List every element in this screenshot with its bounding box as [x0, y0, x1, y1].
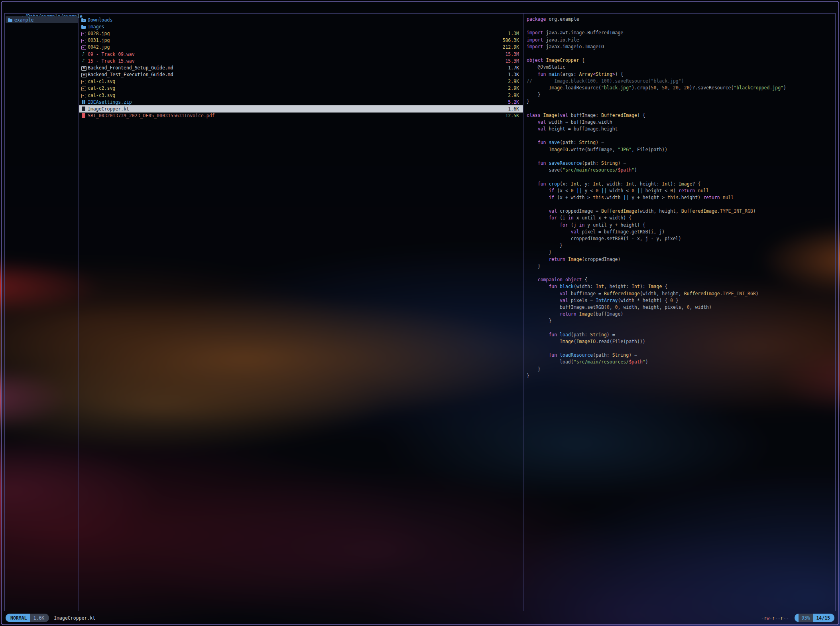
code-line [527, 50, 833, 57]
image-icon [81, 93, 86, 98]
file-row[interactable]: 15 - Track 15.wav15.3M [79, 57, 523, 64]
file-size: 15.3M [500, 51, 519, 57]
code-line [527, 324, 833, 331]
folder-download-icon: ↓ [81, 18, 86, 22]
code-line: Image.loadResource("black.jpg").crop(50,… [527, 85, 833, 91]
code-line: ImageIO.write(buffImage, "JPG", File(pat… [527, 146, 833, 153]
image-icon [81, 86, 86, 91]
file-row[interactable]: 0042.jpg212.9K [79, 44, 523, 51]
code-line: val pixels = IntArray(width * height) { … [527, 297, 833, 304]
file-name: Images [88, 24, 104, 30]
code-line: fun black(width: Int, height: Int): Imag… [527, 283, 833, 290]
code-line: Image(ImageIO.read(File(path))) [527, 338, 833, 345]
file-name: 09 - Track 09.wav [88, 51, 135, 57]
code-line: save("src/main/resources/$path") [527, 167, 833, 174]
file-row[interactable]: Images [79, 23, 523, 30]
code-line: if (x + width > this.width || y + height… [527, 194, 833, 201]
file-name: 0031.jpg [88, 38, 110, 43]
code-line [527, 23, 833, 30]
code-line: } [527, 242, 833, 249]
code-line: fun loadResource(path: String) = [527, 352, 833, 359]
file-name: 0042.jpg [88, 44, 110, 50]
folder-icon [8, 18, 13, 22]
image-icon [81, 31, 86, 36]
file-name: Backend_Test_Execution_Guide.md [88, 72, 173, 77]
status-right: -rw-r--r-- 93% 14/15 [761, 614, 834, 622]
code-line: val height = buffImage.height [527, 126, 833, 132]
file-size: 1.3M [503, 31, 519, 36]
code-line: } [527, 98, 833, 105]
code-line: for (i in x until x + width) { [527, 215, 833, 221]
code-line: return Image(buffImage) [527, 311, 833, 318]
file-row[interactable]: SBI_0032013739_2023_DE05_0003155631Invoi… [79, 113, 523, 119]
code-line: load("src/main/resources/$path") [527, 359, 833, 365]
file-row[interactable]: IDEAsettings.zip5.2K [79, 99, 523, 105]
file-row-selected[interactable]: ImageCropper.kt1.6K [79, 105, 523, 112]
header-breadcrumb: ~/Data/example/example [5, 3, 83, 12]
permissions-text: -rw-r--r-- [761, 615, 789, 621]
file-size: 2.9K [503, 93, 519, 98]
code-line: @JvmStatic [527, 64, 833, 71]
file-name: cal-c1.svg [88, 79, 115, 84]
code-line: fun main(args: Array<String>) { [527, 71, 833, 78]
file-row[interactable]: cal-c2.svg2.9K [79, 85, 523, 92]
code-line: import javax.imageio.ImageIO [527, 43, 833, 50]
code-line: } [527, 373, 833, 379]
code-line: class Image(val buffImage: BufferedImage… [527, 112, 833, 119]
terminal-window: ~/Data/example/example example ↓Download… [1, 1, 839, 625]
file-row[interactable]: Backend_Frontend_Setup_Guide.md1.7K [79, 64, 523, 71]
file-row[interactable]: Backend_Test_Execution_Guide.md1.3K [79, 71, 523, 78]
code-line: croppedImage.setRGB(i - x, j - y, pixel) [527, 235, 833, 242]
code-line: companion object { [527, 276, 833, 283]
file-icon [81, 107, 86, 111]
code-line [527, 105, 833, 112]
code-line: fun save(path: String) = [527, 139, 833, 146]
screen: ~/Data/example/example example ↓Download… [0, 0, 840, 626]
file-row[interactable]: cal-c1.svg2.9K [79, 78, 523, 85]
code-line [527, 270, 833, 276]
file-row[interactable]: cal-c3.svg2.9K [79, 92, 523, 99]
file-name: ImageCropper.kt [88, 106, 129, 112]
code-line: val pixel = buffImage.getRGB(i, j) [527, 229, 833, 235]
file-name: cal-c2.svg [88, 85, 115, 91]
image-icon [81, 45, 86, 49]
file-manager: example ↓DownloadsImages0028.jpg1.3M0031… [4, 13, 836, 611]
status-left: NORMAL 1.6K ImageCropper.kt [6, 614, 95, 622]
code-line: } [527, 263, 833, 270]
file-size: 586.3K [498, 38, 519, 43]
file-size-badge: 1.6K [30, 614, 49, 622]
code-line: val croppedImage = BufferedImage(width, … [527, 208, 833, 215]
code-line: } [527, 318, 833, 324]
code-line: package org.example [527, 16, 833, 23]
files-pane: ↓DownloadsImages0028.jpg1.3M0031.jpg586.… [79, 14, 523, 611]
code-line: object ImageCropper { [527, 57, 833, 64]
scroll-percent-badge: 93% [799, 614, 813, 622]
mode-badge: NORMAL [6, 614, 30, 622]
file-size: 12.5K [500, 113, 519, 118]
code-line: } [527, 366, 833, 373]
code-line [527, 201, 833, 208]
file-row[interactable]: 09 - Track 09.wav15.3M [79, 51, 523, 57]
parent-dir-row-selected[interactable]: example [6, 16, 78, 23]
audio-icon [81, 52, 86, 57]
code-line: fun crop(x: Int, y: Int, width: Int, hei… [527, 181, 833, 188]
code-line: fun saveResource(path: String) = [527, 160, 833, 167]
code-line: } [527, 249, 833, 256]
code-line: for (j in y until y + height) { [527, 222, 833, 229]
folder-icon [81, 24, 86, 29]
code-line: import java.io.File [527, 37, 833, 43]
preview-pane: package org.example import java.awt.imag… [523, 14, 835, 611]
file-row[interactable]: 0028.jpg1.3M [79, 30, 523, 37]
archive-icon [81, 100, 86, 105]
markdown-icon [81, 65, 86, 70]
image-icon [81, 38, 86, 43]
file-row[interactable]: ↓Downloads [79, 16, 523, 23]
code-line: if (x < 0 || y < 0 || width < 0 || heigh… [527, 188, 833, 194]
code-line: val width = buffImage.width [527, 119, 833, 126]
code-line [527, 153, 833, 160]
pill-cap [795, 614, 799, 622]
file-name: Backend_Frontend_Setup_Guide.md [88, 65, 173, 71]
file-size: 1.6K [503, 106, 519, 112]
file-row[interactable]: 0031.jpg586.3K [79, 37, 523, 44]
status-bar: NORMAL 1.6K ImageCropper.kt -rw-r--r-- 9… [6, 614, 834, 622]
